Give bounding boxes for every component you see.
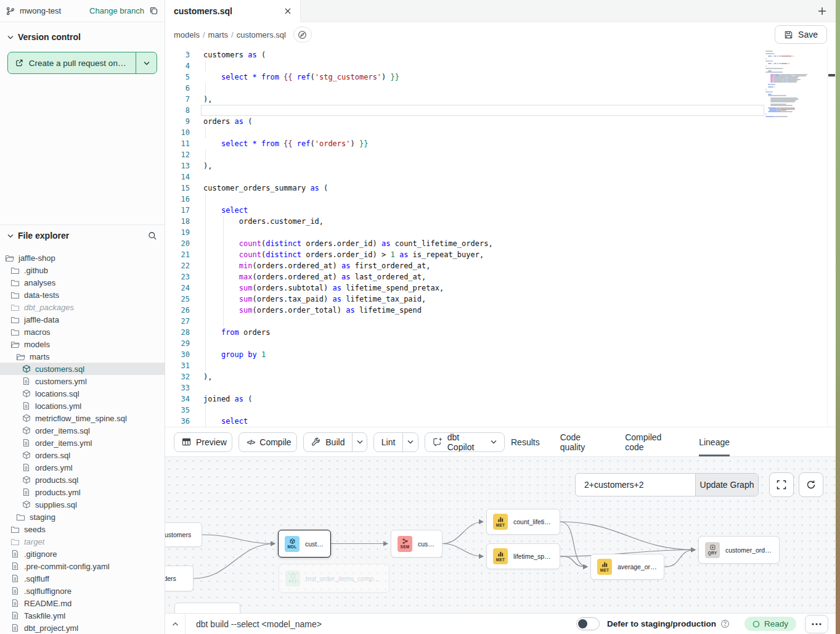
file-tree-item-dbt-project-yml[interactable]: dbt_project.yml [0,622,165,634]
lineage-selector-input[interactable] [576,474,695,496]
tab-code-quality[interactable]: Code quality [560,427,605,456]
code-line-29[interactable]: 29 [165,338,765,349]
file-tree-item-readme-md[interactable]: README.md [0,597,165,609]
file-tree-item-pre-commit-config-yaml[interactable]: .pre-commit-config.yaml [0,560,165,572]
code-line-33[interactable]: 33 [165,382,765,393]
code-line-10[interactable]: 10 [165,127,765,138]
code-line-16[interactable]: 16 [165,194,765,205]
code-line-28[interactable]: 28 from orders [165,327,765,338]
close-icon[interactable] [284,7,292,15]
file-tree-item-order-items-sql[interactable]: order_items.sql [0,424,165,437]
file-tree-item-jaffle-shop[interactable]: jaffle-shop [0,252,165,264]
lint-dropdown[interactable] [402,433,417,451]
tab-compiled-code[interactable]: Compiled code [625,427,679,456]
code-line-24[interactable]: 24 sum(orders.subtotal) as lifetime_spen… [165,282,765,294]
code-line-8[interactable]: 8 [165,105,765,116]
compile-button[interactable]: </>Compile [239,433,297,451]
file-tree-item-github[interactable]: .github [0,264,165,276]
code-line-19[interactable]: 19 [165,227,765,238]
more-options-button[interactable] [805,615,828,633]
update-graph-button[interactable]: Update Graph [695,474,758,496]
code-line-7[interactable]: 7), [165,94,765,105]
lineage-node-orders-src[interactable]: orders [165,566,194,591]
code-line-14[interactable]: 14 [165,171,765,183]
save-button[interactable]: Save [775,25,827,44]
lineage-node-count-lifetime-orders[interactable]: METcount_lifetime_orders [486,509,560,535]
file-tree-item-staging[interactable]: staging [0,511,165,523]
minimap[interactable] [765,47,827,427]
code-line-9[interactable]: 9orders as ( [165,116,765,127]
code-line-5[interactable]: 5 select * from {{ ref('stg_customers') … [165,72,765,83]
file-tree-item-sqlfluff[interactable]: .sqlfluff [0,572,165,585]
help-icon[interactable] [720,619,730,628]
build-button[interactable]: Build [304,433,352,451]
code-line-27[interactable]: 27 [165,316,765,327]
lineage-node-customers-sem[interactable]: SEMcustomers [391,530,442,558]
tab-results[interactable]: Results [511,427,540,456]
file-tree-item-customers-sql[interactable]: customers.sql [0,363,165,375]
code-line-4[interactable]: 4 [165,60,765,72]
code-line-20[interactable]: 20 count(distinct orders.order_id) as co… [165,238,765,249]
code-line-15[interactable]: 15customer_orders_summary as ( [165,183,765,194]
code-line-36[interactable]: 36 select [165,416,765,427]
file-tree-item-target[interactable]: target [0,535,165,548]
code-line-17[interactable]: 17 select [165,205,765,216]
version-control-header[interactable]: Version control [6,28,158,46]
file-tree-item-customers-yml[interactable]: customers.yml [0,375,165,387]
file-tree-item-orders-sql[interactable]: orders.sql [0,449,165,461]
file-tree-item-locations-yml[interactable]: locations.yml [0,400,165,412]
create-pr-dropdown[interactable] [136,52,157,73]
lineage-node-test-bools[interactable]: TSTtest_order_items_compute_to_bools... [279,564,389,593]
copy-icon[interactable] [149,6,158,15]
file-explorer-header[interactable]: File explorer [0,225,165,243]
file-tree-item-products-yml[interactable]: products.yml [0,486,165,498]
breadcrumb-item-marts[interactable]: marts [208,30,229,39]
code-line-18[interactable]: 18 orders.customer_id, [165,216,765,227]
file-tree-item-marts[interactable]: marts [0,350,165,363]
lineage-node-stg-customers[interactable]: stg_customers [165,522,202,547]
defer-toggle[interactable] [576,617,600,630]
lineage-node-partial-node[interactable] [174,603,240,613]
code-line-12[interactable]: 12 [165,149,765,160]
breadcrumb-item-customers-sql[interactable]: customers.sql [237,30,286,39]
editor-scrollbar[interactable] [827,47,836,427]
lineage-node-customer-order-metrics[interactable]: QRYcustomer_order_metrics [698,536,780,564]
collapse-panel-button[interactable] [165,614,186,634]
lineage-node-average-order-value[interactable]: METaverage_order_value [590,554,664,580]
file-tree-item-metricflow-time-spine-sql[interactable]: metricflow_time_spine.sql [0,412,165,424]
lint-button[interactable]: Lint [374,433,403,451]
file-tree-item-locations-sql[interactable]: locations.sql [0,387,165,400]
file-tree-item-sqlfluffignore[interactable]: .sqlfluffignore [0,585,165,597]
file-tree-item-supplies-sql[interactable]: supplies.sql [0,498,165,511]
create-pr-button[interactable]: Create a pull request on Git... [8,52,136,73]
file-tree-item-dbt-packages[interactable]: dbt_packages [0,301,165,313]
code-line-25[interactable]: 25 sum(orders.tax_paid) as lifetime_tax_… [165,294,765,305]
build-dropdown[interactable] [352,433,366,451]
breadcrumb-item-models[interactable]: models [174,30,200,39]
code-pane[interactable]: 3customers as (45 select * from {{ ref('… [165,47,765,427]
code-line-22[interactable]: 22 min(orders.ordered_at) as first_order… [165,260,765,271]
dbt-copilot-button[interactable]: dbt Copilot [425,433,504,451]
code-line-26[interactable]: 26 sum(orders.order_total) as lifetime_s… [165,305,765,316]
preview-button[interactable]: Preview [174,433,232,451]
code-line-13[interactable]: 13), [165,160,765,171]
file-tree-item-products-sql[interactable]: products.sql [0,474,165,486]
file-tree-item-order-items-yml[interactable]: order_items.yml [0,437,165,449]
tab-lineage[interactable]: Lineage [699,427,730,456]
code-line-6[interactable]: 6 [165,83,765,94]
code-line-31[interactable]: 31 [165,360,765,371]
lineage-node-lifetime-spend-pretax[interactable]: METlifetime_spend_pretax [486,543,560,569]
change-branch-link[interactable]: Change branch [89,6,144,15]
compass-icon[interactable] [293,27,312,43]
file-tree-item-data-tests[interactable]: data-tests [0,289,165,301]
tab-customers-sql[interactable]: customers.sql [165,0,301,22]
lineage-node-customers-mdl[interactable]: MDLcustomers [278,530,331,558]
file-tree-item-models[interactable]: models [0,338,165,350]
file-tree-item-gitignore[interactable]: .gitignore [0,548,165,560]
search-icon[interactable] [148,231,157,241]
fullscreen-button[interactable] [769,472,794,497]
code-line-34[interactable]: 34joined as ( [165,393,765,405]
code-line-23[interactable]: 23 max(orders.ordered_at) as last_ordere… [165,271,765,282]
file-tree-item-macros[interactable]: macros [0,326,165,338]
code-line-35[interactable]: 35 [165,405,765,416]
